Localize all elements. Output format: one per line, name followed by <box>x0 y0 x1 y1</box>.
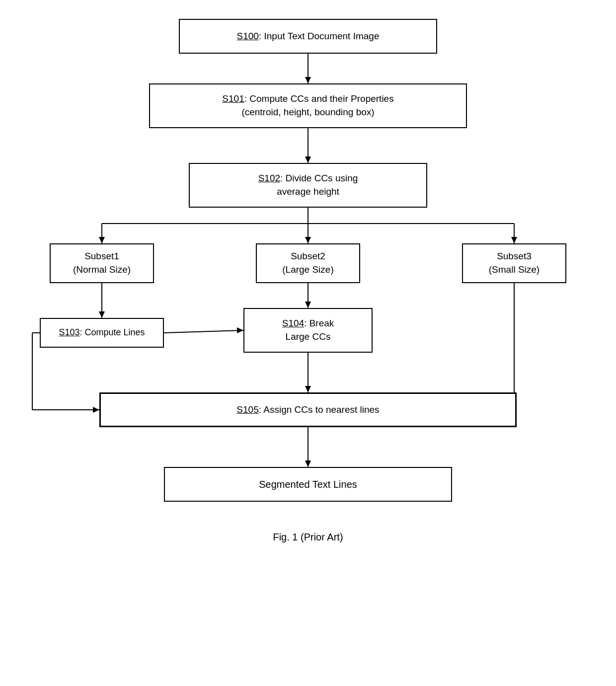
s100-box: S100: Input Text Document Image <box>179 19 437 54</box>
subset1-label: Subset1(Normal Size) <box>73 250 131 276</box>
s105-label: S105: Assign CCs to nearest lines <box>236 403 379 417</box>
svg-marker-22 <box>93 407 99 413</box>
segmented-box: Segmented Text Lines <box>164 467 452 502</box>
s105-box: S105: Assign CCs to nearest lines <box>99 392 517 427</box>
svg-line-17 <box>164 330 243 333</box>
s103-label: S103: Compute Lines <box>59 326 145 339</box>
svg-marker-16 <box>99 311 105 318</box>
svg-marker-7 <box>99 237 105 243</box>
subset3-box: Subset3(Small Size) <box>462 243 566 283</box>
svg-marker-36 <box>305 460 311 467</box>
subset3-label: Subset3(Small Size) <box>489 250 539 276</box>
segmented-label: Segmented Text Lines <box>259 477 357 491</box>
svg-marker-14 <box>511 237 517 243</box>
s102-label: S102: Divide CCs usingaverage height <box>258 172 358 198</box>
s104-box: S104: BreakLarge CCs <box>243 308 373 353</box>
svg-marker-26 <box>305 386 311 392</box>
figure-caption: Fig. 1 (Prior Art) <box>224 532 392 543</box>
diagram: S100: Input Text Document Image S101: Co… <box>0 0 616 686</box>
svg-marker-18 <box>237 327 243 333</box>
s101-box: S101: Compute CCs and their Properties(c… <box>149 83 467 128</box>
s104-label: S104: BreakLarge CCs <box>282 317 334 343</box>
svg-marker-10 <box>305 237 311 243</box>
svg-marker-3 <box>305 156 311 163</box>
s100-label: S100: Input Text Document Image <box>237 30 380 43</box>
s103-box: S103: Compute Lines <box>40 318 164 348</box>
s101-label: S101: Compute CCs and their Properties(c… <box>222 92 393 119</box>
s102-box: S102: Divide CCs usingaverage height <box>189 163 427 208</box>
svg-marker-1 <box>305 77 311 83</box>
subset1-box: Subset1(Normal Size) <box>50 243 154 283</box>
subset2-label: Subset2(Large Size) <box>282 250 334 276</box>
subset2-box: Subset2(Large Size) <box>256 243 360 283</box>
svg-marker-24 <box>305 302 311 308</box>
